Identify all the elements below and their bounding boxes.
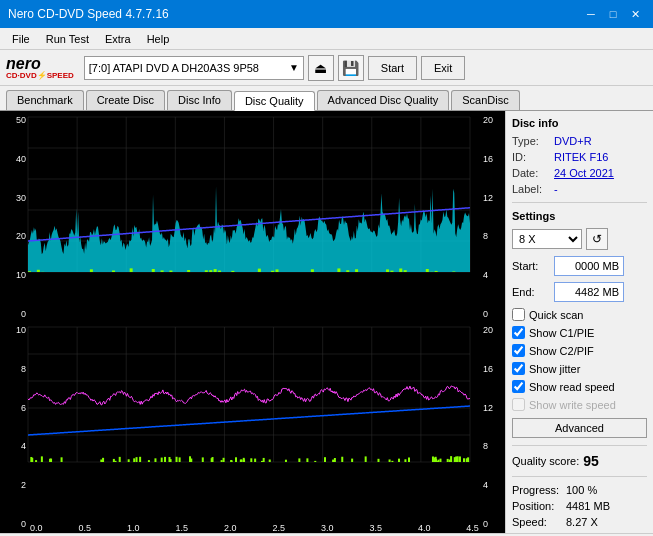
top-chart: 50 40 30 20 10 0 20 16 12 8 4 0 (2, 113, 503, 321)
show-jitter-checkbox[interactable] (512, 362, 525, 375)
disc-type-row: Type: DVD+R (512, 135, 647, 147)
bottom-chart-y-right: 20 16 12 8 4 0 (481, 323, 503, 531)
start-button[interactable]: Start (368, 56, 417, 80)
show-c1pie-checkbox[interactable] (512, 326, 525, 339)
end-field-row: End: (512, 282, 647, 302)
window-title: Nero CD-DVD Speed 4.7.7.16 (8, 7, 169, 21)
disc-id-row: ID: RITEK F16 (512, 151, 647, 163)
tab-disc-quality[interactable]: Disc Quality (234, 91, 315, 111)
logo-cdspeed: CD·DVD⚡SPEED (6, 72, 74, 80)
show-c2pif-row: Show C2/PIF (512, 344, 647, 357)
show-c2pif-checkbox[interactable] (512, 344, 525, 357)
bottom-chart: 10 8 6 4 2 0 20 16 12 8 4 0 (2, 323, 503, 531)
show-read-speed-row: Show read speed (512, 380, 647, 393)
menu-run-test[interactable]: Run Test (38, 31, 97, 47)
quick-scan-label: Quick scan (529, 309, 583, 321)
quick-scan-checkbox[interactable] (512, 308, 525, 321)
date-label: Date: (512, 167, 550, 179)
title-bar: Nero CD-DVD Speed 4.7.7.16 ─ □ ✕ (0, 0, 653, 28)
id-value: RITEK F16 (554, 151, 608, 163)
speed-value: 8.27 X (566, 516, 598, 528)
speed-row: 8 X MAX 2 X 4 X 12 X 16 X ↺ (512, 228, 647, 250)
quality-score-row: Quality score: 95 (512, 453, 647, 469)
drive-dropdown-icon[interactable]: ▼ (289, 62, 299, 73)
logo: nero CD·DVD⚡SPEED (6, 56, 74, 80)
start-field-row: Start: (512, 256, 647, 276)
progress-label: Progress: (512, 484, 562, 496)
main-content: 50 40 30 20 10 0 20 16 12 8 4 0 10 8 6 (0, 111, 653, 533)
show-c1pie-label: Show C1/PIE (529, 327, 594, 339)
divider-2 (512, 445, 647, 446)
toolbar: nero CD·DVD⚡SPEED [7:0] ATAPI DVD A DH20… (0, 50, 653, 86)
show-read-speed-label: Show read speed (529, 381, 615, 393)
show-c1pie-row: Show C1/PIE (512, 326, 647, 339)
end-field[interactable] (554, 282, 624, 302)
exit-button[interactable]: Exit (421, 56, 465, 80)
position-value: 4481 MB (566, 500, 610, 512)
tab-advanced-disc-quality[interactable]: Advanced Disc Quality (317, 90, 450, 110)
position-label: Position: (512, 500, 562, 512)
drive-selector[interactable]: [7:0] ATAPI DVD A DH20A3S 9P58 ▼ (84, 56, 304, 80)
date-value: 24 Oct 2021 (554, 167, 614, 179)
progress-value: 100 % (566, 484, 597, 496)
show-write-speed-checkbox[interactable] (512, 398, 525, 411)
menu-help[interactable]: Help (139, 31, 178, 47)
menu-extra[interactable]: Extra (97, 31, 139, 47)
minimize-button[interactable]: ─ (581, 4, 601, 24)
quality-score-label: Quality score: (512, 455, 579, 467)
tab-benchmark[interactable]: Benchmark (6, 90, 84, 110)
top-chart-y-right: 20 16 12 8 4 0 (481, 113, 503, 321)
divider-1 (512, 202, 647, 203)
label-value: - (554, 183, 558, 195)
eject-button[interactable]: ⏏ (308, 55, 334, 81)
start-field[interactable] (554, 256, 624, 276)
disc-label-row: Label: - (512, 183, 647, 195)
tab-disc-info[interactable]: Disc Info (167, 90, 232, 110)
menu-file[interactable]: File (4, 31, 38, 47)
window-controls: ─ □ ✕ (581, 4, 645, 24)
logo-nero: nero (6, 56, 41, 72)
show-write-speed-label: Show write speed (529, 399, 616, 411)
id-label: ID: (512, 151, 550, 163)
maximize-button[interactable]: □ (603, 4, 623, 24)
position-row: Position: 4481 MB (512, 500, 647, 512)
show-jitter-row: Show jitter (512, 362, 647, 375)
speed-label: Speed: (512, 516, 562, 528)
show-jitter-label: Show jitter (529, 363, 580, 375)
type-label: Type: (512, 135, 550, 147)
quality-score-value: 95 (583, 453, 599, 469)
bottom-chart-y-left: 10 8 6 4 2 0 (2, 323, 28, 531)
close-button[interactable]: ✕ (625, 4, 645, 24)
start-field-label: Start: (512, 260, 550, 272)
x-axis-labels: 0.0 0.5 1.0 1.5 2.0 2.5 3.0 3.5 4.0 4.5 (26, 523, 483, 533)
advanced-button[interactable]: Advanced (512, 418, 647, 438)
tab-bar: Benchmark Create Disc Disc Info Disc Qua… (0, 86, 653, 111)
disc-date-row: Date: 24 Oct 2021 (512, 167, 647, 179)
progress-row: Progress: 100 % (512, 484, 647, 496)
drive-label: [7:0] ATAPI DVD A DH20A3S 9P58 (89, 62, 289, 74)
tab-create-disc[interactable]: Create Disc (86, 90, 165, 110)
disc-info-title: Disc info (512, 117, 647, 129)
charts-area: 50 40 30 20 10 0 20 16 12 8 4 0 10 8 6 (0, 111, 505, 533)
tab-scandisc[interactable]: ScanDisc (451, 90, 519, 110)
label-label: Label: (512, 183, 550, 195)
quick-scan-row: Quick scan (512, 308, 647, 321)
right-panel: Disc info Type: DVD+R ID: RITEK F16 Date… (505, 111, 653, 533)
show-c2pif-label: Show C2/PIF (529, 345, 594, 357)
save-button[interactable]: 💾 (338, 55, 364, 81)
top-chart-y-left: 50 40 30 20 10 0 (2, 113, 28, 321)
end-field-label: End: (512, 286, 550, 298)
settings-title: Settings (512, 210, 647, 222)
speed-row-quality: Speed: 8.27 X (512, 516, 647, 528)
type-value: DVD+R (554, 135, 592, 147)
show-read-speed-checkbox[interactable] (512, 380, 525, 393)
speed-select[interactable]: 8 X MAX 2 X 4 X 12 X 16 X (512, 229, 582, 249)
refresh-button[interactable]: ↺ (586, 228, 608, 250)
divider-3 (512, 476, 647, 477)
show-write-speed-row: Show write speed (512, 398, 647, 411)
menu-bar: File Run Test Extra Help (0, 28, 653, 50)
